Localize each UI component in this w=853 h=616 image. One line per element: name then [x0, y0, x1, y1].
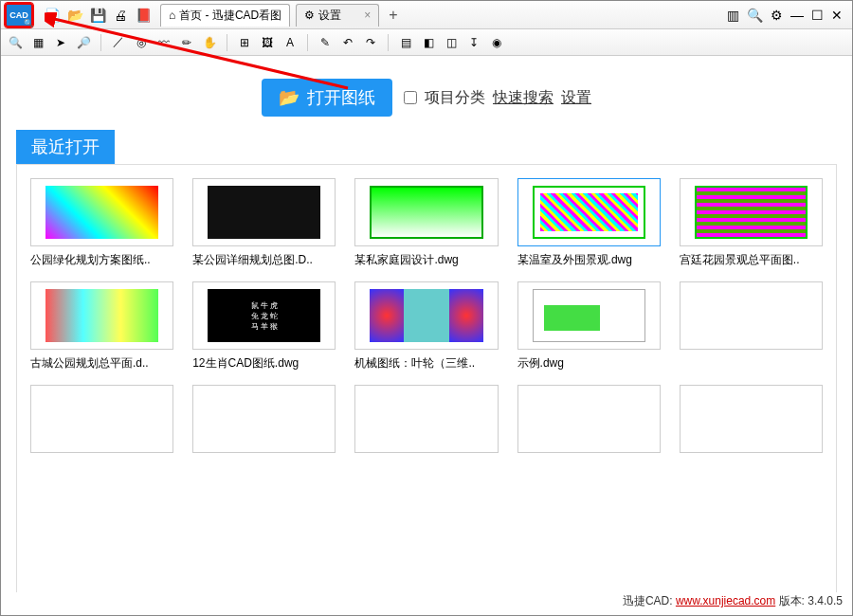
file-cell[interactable]: 某私家庭园设计.dwg [354, 178, 498, 268]
gear-icon[interactable]: ⚙ [771, 8, 783, 23]
thumbnail-art [45, 289, 158, 342]
tab-home-label: 首页 - 迅捷CAD看图 [179, 8, 281, 24]
text-icon[interactable]: A [281, 34, 299, 51]
print-icon[interactable]: 🖨 [112, 7, 129, 24]
file-thumbnail[interactable] [30, 178, 173, 246]
app-logo-icon[interactable]: CAD [5, 3, 33, 27]
file-name: 古城公园规划总平面.d.. [30, 355, 173, 371]
pan-icon[interactable]: ✋ [201, 34, 218, 51]
edit-pencil-icon[interactable]: ✏ [178, 34, 195, 51]
save-icon[interactable]: 💾 [89, 7, 106, 24]
close-icon[interactable]: × [364, 9, 371, 22]
settings-link[interactable]: 设置 [561, 88, 591, 108]
quick-links: 项目分类 快速搜索 设置 [404, 88, 591, 108]
new-file-icon[interactable]: 📄 [44, 7, 61, 24]
file-name: 机械图纸：叶轮（三维.. [354, 355, 498, 371]
circle-target-icon[interactable]: ◎ [133, 34, 150, 51]
file-cell[interactable]: 鼠 牛 虎 兔 龙 蛇 马 羊 猴12生肖CAD图纸.dwg [192, 281, 336, 371]
file-cell [30, 385, 173, 453]
fit-icon[interactable]: 🔎 [75, 34, 92, 51]
file-thumbnail [680, 281, 823, 350]
file-cell[interactable]: 某温室及外围景观.dwg [517, 178, 661, 268]
thumbnail-art [370, 289, 482, 342]
close-icon[interactable]: ✕ [831, 8, 843, 23]
image-icon[interactable]: 🖼 [259, 34, 276, 51]
file-name: 某私家庭园设计.dwg [354, 252, 498, 268]
file-thumbnail[interactable] [192, 178, 336, 246]
titlebar: CAD 📄 📂 💾 🖨 📕 ⌂ 首页 - 迅捷CAD看图 ⚙ 设置 × + ▥ … [1, 1, 852, 29]
file-thumbnail[interactable]: 鼠 牛 虎 兔 龙 蛇 马 羊 猴 [192, 281, 336, 350]
file-thumbnail [192, 385, 336, 453]
thumbnail-art [208, 186, 320, 239]
cube-icon[interactable]: ◧ [420, 34, 437, 51]
zoom-icon[interactable]: 🔍 [747, 8, 763, 23]
window-controls: ▥ 🔍 ⚙ — ☐ ✕ [727, 8, 848, 23]
file-thumbnail [30, 385, 173, 453]
tab-settings-label: 设置 [318, 8, 341, 24]
folder-icon: 📂 [279, 87, 299, 108]
open-button-label: 打开图纸 [307, 86, 375, 109]
layer-box-icon[interactable]: ▤ [397, 34, 414, 51]
undo-icon[interactable]: ↶ [339, 34, 356, 51]
separator [100, 34, 101, 51]
separator [388, 34, 389, 51]
color-wheel-icon[interactable]: ◉ [488, 34, 505, 51]
file-thumbnail [354, 385, 498, 453]
thumbnail-art [533, 186, 645, 239]
recent-header: 最近打开 [16, 130, 115, 164]
select-marquee-icon[interactable]: ▦ [29, 34, 46, 51]
file-name: 12生肖CAD图纸.dwg [192, 355, 336, 371]
curve-icon[interactable]: 〰 [155, 34, 172, 51]
maximize-icon[interactable]: ☐ [811, 8, 824, 23]
file-thumbnail[interactable] [680, 178, 823, 246]
file-name: 某温室及外围景观.dwg [517, 252, 661, 268]
file-thumbnail[interactable] [517, 178, 661, 246]
file-thumbnail[interactable] [354, 281, 498, 350]
file-name: 公园绿化规划方案图纸.. [30, 252, 173, 268]
layers-icon[interactable]: ▥ [727, 8, 739, 23]
redo-icon[interactable]: ↷ [362, 34, 379, 51]
footer-version: 3.4.0.5 [808, 594, 843, 607]
file-name: 示例.dwg [517, 355, 661, 371]
file-cell[interactable]: 宫廷花园景观总平面图.. [680, 178, 823, 268]
thumbnail-art [370, 186, 482, 239]
pdf-icon[interactable]: 📕 [135, 7, 152, 24]
open-folder-icon[interactable]: 📂 [66, 7, 83, 24]
file-cell [517, 385, 661, 453]
minimize-icon[interactable]: — [790, 8, 804, 23]
file-thumbnail [517, 385, 661, 453]
file-cell[interactable]: 古城公园规划总平面.d.. [30, 281, 173, 371]
cube-outline-icon[interactable]: ◫ [443, 34, 460, 51]
recent-grid: 公园绿化规划方案图纸..某公园详细规划总图.D..某私家庭园设计.dwg某温室及… [16, 164, 837, 592]
eraser-icon[interactable]: ✎ [317, 34, 334, 51]
separator [227, 34, 227, 51]
file-cell[interactable]: 机械图纸：叶轮（三维.. [354, 281, 498, 371]
file-thumbnail[interactable] [517, 281, 661, 350]
line-icon[interactable]: ／ [110, 34, 127, 51]
file-cell[interactable]: 某公园详细规划总图.D.. [192, 178, 336, 268]
project-category-label: 项目分类 [425, 88, 485, 108]
pick-icon[interactable]: ➤ [52, 34, 69, 51]
file-thumbnail[interactable] [354, 178, 498, 246]
tab-settings[interactable]: ⚙ 设置 × [296, 4, 379, 27]
footer-url-link[interactable]: www.xunjiecad.com [676, 594, 775, 607]
new-tab-button[interactable]: + [385, 7, 401, 24]
file-cell [354, 385, 498, 453]
separator [307, 34, 308, 51]
main-content: 📂 打开图纸 项目分类 快速搜索 设置 最近打开 公园绿化规划方案图纸..某公园… [1, 56, 852, 592]
sort-icon[interactable]: ↧ [465, 34, 482, 51]
zoom-in-icon[interactable]: 🔍 [7, 34, 24, 51]
project-category-checkbox[interactable] [404, 91, 417, 104]
footer: 迅捷CAD: www.xunjiecad.com 版本: 3.4.0.5 [623, 593, 843, 609]
quick-search-link[interactable]: 快速搜索 [493, 88, 554, 108]
tab-home[interactable]: ⌂ 首页 - 迅捷CAD看图 [160, 4, 290, 27]
file-thumbnail[interactable] [30, 281, 173, 350]
file-cell [192, 385, 336, 453]
grid-icon[interactable]: ⊞ [236, 34, 253, 51]
tool-toolbar: 🔍 ▦ ➤ 🔎 ／ ◎ 〰 ✏ ✋ ⊞ 🖼 A ✎ ↶ ↷ ▤ ◧ ◫ ↧ ◉ [1, 29, 852, 56]
file-name: 某公园详细规划总图.D.. [192, 252, 336, 268]
file-cell[interactable]: 公园绿化规划方案图纸.. [30, 178, 173, 268]
open-drawing-button[interactable]: 📂 打开图纸 [262, 79, 392, 117]
footer-brand: 迅捷CAD: [623, 594, 673, 607]
file-cell[interactable]: 示例.dwg [517, 281, 661, 371]
